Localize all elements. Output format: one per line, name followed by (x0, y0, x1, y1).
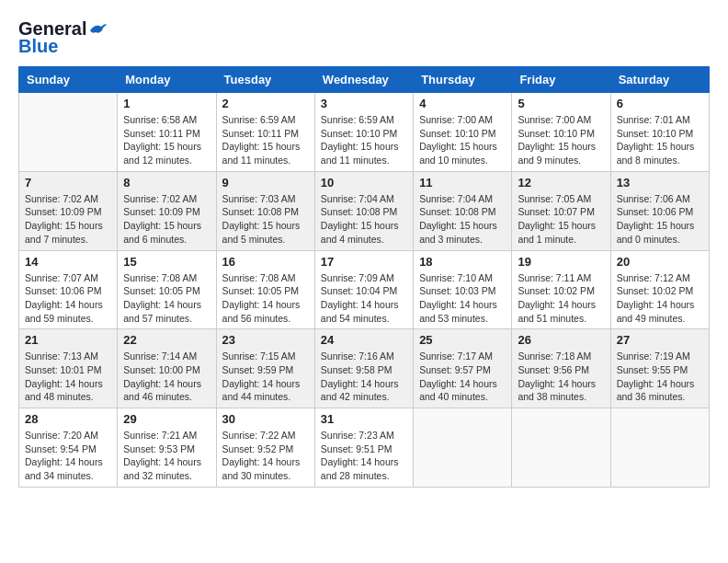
day-info: Sunrise: 7:02 AM Sunset: 10:09 PM Daylig… (123, 192, 210, 247)
day-number: 27 (617, 333, 703, 347)
day-number: 5 (518, 97, 604, 110)
calendar-cell: 30Sunrise: 7:22 AM Sunset: 9:52 PM Dayli… (216, 408, 314, 488)
day-info: Sunrise: 7:08 AM Sunset: 10:05 PM Daylig… (123, 271, 210, 326)
day-info: Sunrise: 7:12 AM Sunset: 10:02 PM Daylig… (617, 271, 703, 326)
day-number: 28 (25, 412, 111, 426)
day-info: Sunrise: 7:20 AM Sunset: 9:54 PM Dayligh… (25, 429, 111, 483)
calendar-cell: 14Sunrise: 7:07 AM Sunset: 10:06 PM Dayl… (19, 250, 118, 329)
calendar-cell: 8Sunrise: 7:02 AM Sunset: 10:09 PM Dayli… (118, 171, 216, 250)
day-number: 1 (123, 97, 210, 110)
calendar-cell: 24Sunrise: 7:16 AM Sunset: 9:58 PM Dayli… (314, 329, 413, 408)
calendar-cell (512, 408, 610, 488)
day-info: Sunrise: 7:10 AM Sunset: 10:03 PM Daylig… (419, 271, 506, 326)
calendar-cell: 21Sunrise: 7:13 AM Sunset: 10:01 PM Dayl… (19, 329, 118, 408)
day-info: Sunrise: 7:02 AM Sunset: 10:09 PM Daylig… (25, 192, 111, 247)
day-number: 8 (123, 176, 210, 190)
calendar-cell: 19Sunrise: 7:11 AM Sunset: 10:02 PM Dayl… (512, 250, 610, 329)
day-info: Sunrise: 6:59 AM Sunset: 10:10 PM Daylig… (321, 113, 407, 167)
calendar-cell: 18Sunrise: 7:10 AM Sunset: 10:03 PM Dayl… (414, 250, 512, 329)
calendar-cell: 3Sunrise: 6:59 AM Sunset: 10:10 PM Dayli… (314, 93, 413, 172)
logo: General Blue (18, 18, 108, 57)
day-info: Sunrise: 7:19 AM Sunset: 9:55 PM Dayligh… (617, 350, 703, 404)
day-number: 19 (518, 255, 604, 269)
calendar-cell: 26Sunrise: 7:18 AM Sunset: 9:56 PM Dayli… (512, 329, 610, 408)
day-number: 7 (25, 176, 111, 190)
day-info: Sunrise: 7:03 AM Sunset: 10:08 PM Daylig… (222, 192, 309, 247)
calendar-cell: 27Sunrise: 7:19 AM Sunset: 9:55 PM Dayli… (610, 329, 709, 408)
day-info: Sunrise: 7:08 AM Sunset: 10:05 PM Daylig… (222, 271, 309, 326)
day-number: 4 (419, 97, 506, 110)
calendar-cell: 7Sunrise: 7:02 AM Sunset: 10:09 PM Dayli… (19, 171, 118, 250)
day-info: Sunrise: 7:15 AM Sunset: 9:59 PM Dayligh… (222, 350, 309, 404)
calendar-header-row: SundayMondayTuesdayWednesdayThursdayFrid… (19, 67, 710, 93)
logo-blue-text: Blue (18, 36, 58, 57)
day-number: 9 (222, 176, 309, 190)
calendar-cell: 2Sunrise: 6:59 AM Sunset: 10:11 PM Dayli… (216, 93, 314, 172)
day-info: Sunrise: 7:07 AM Sunset: 10:06 PM Daylig… (25, 271, 111, 326)
day-number: 29 (123, 412, 210, 426)
day-number: 17 (321, 255, 407, 269)
calendar-week-row: 1Sunrise: 6:58 AM Sunset: 10:11 PM Dayli… (19, 93, 710, 172)
day-number: 31 (321, 412, 407, 426)
calendar-week-row: 28Sunrise: 7:20 AM Sunset: 9:54 PM Dayli… (19, 408, 710, 488)
calendar-cell: 31Sunrise: 7:23 AM Sunset: 9:51 PM Dayli… (314, 408, 413, 488)
day-number: 25 (419, 333, 506, 347)
calendar-cell (19, 93, 118, 172)
day-info: Sunrise: 7:05 AM Sunset: 10:07 PM Daylig… (518, 192, 604, 247)
day-info: Sunrise: 7:21 AM Sunset: 9:53 PM Dayligh… (123, 429, 210, 483)
calendar-cell (414, 408, 512, 488)
calendar-cell: 25Sunrise: 7:17 AM Sunset: 9:57 PM Dayli… (414, 329, 512, 408)
calendar-cell: 22Sunrise: 7:14 AM Sunset: 10:00 PM Dayl… (118, 329, 216, 408)
logo-bird-icon (88, 21, 108, 38)
day-number: 24 (321, 333, 407, 347)
day-info: Sunrise: 6:58 AM Sunset: 10:11 PM Daylig… (123, 113, 210, 167)
day-info: Sunrise: 6:59 AM Sunset: 10:11 PM Daylig… (222, 113, 309, 167)
day-number: 3 (321, 97, 407, 110)
calendar-cell: 5Sunrise: 7:00 AM Sunset: 10:10 PM Dayli… (512, 93, 610, 172)
day-info: Sunrise: 7:00 AM Sunset: 10:10 PM Daylig… (518, 113, 604, 167)
calendar-cell: 28Sunrise: 7:20 AM Sunset: 9:54 PM Dayli… (19, 408, 118, 488)
calendar-cell: 6Sunrise: 7:01 AM Sunset: 10:10 PM Dayli… (610, 93, 709, 172)
calendar-week-row: 7Sunrise: 7:02 AM Sunset: 10:09 PM Dayli… (19, 171, 710, 250)
day-number: 20 (617, 255, 703, 269)
day-info: Sunrise: 7:00 AM Sunset: 10:10 PM Daylig… (419, 113, 506, 167)
day-info: Sunrise: 7:11 AM Sunset: 10:02 PM Daylig… (518, 271, 604, 326)
day-header-monday: Monday (118, 67, 216, 93)
day-number: 30 (222, 412, 309, 426)
calendar-table: SundayMondayTuesdayWednesdayThursdayFrid… (18, 66, 710, 488)
calendar-cell: 11Sunrise: 7:04 AM Sunset: 10:08 PM Dayl… (414, 171, 512, 250)
day-number: 26 (518, 333, 604, 347)
day-number: 12 (518, 176, 604, 190)
calendar-cell: 16Sunrise: 7:08 AM Sunset: 10:05 PM Dayl… (216, 250, 314, 329)
day-header-wednesday: Wednesday (314, 67, 413, 93)
day-number: 15 (123, 255, 210, 269)
day-info: Sunrise: 7:01 AM Sunset: 10:10 PM Daylig… (617, 113, 703, 167)
day-number: 18 (419, 255, 506, 269)
calendar-cell: 9Sunrise: 7:03 AM Sunset: 10:08 PM Dayli… (216, 171, 314, 250)
day-info: Sunrise: 7:23 AM Sunset: 9:51 PM Dayligh… (321, 429, 407, 483)
day-number: 23 (222, 333, 309, 347)
day-number: 11 (419, 176, 506, 190)
calendar-cell: 10Sunrise: 7:04 AM Sunset: 10:08 PM Dayl… (314, 171, 413, 250)
day-header-sunday: Sunday (19, 67, 118, 93)
calendar-cell: 29Sunrise: 7:21 AM Sunset: 9:53 PM Dayli… (118, 408, 216, 488)
day-info: Sunrise: 7:09 AM Sunset: 10:04 PM Daylig… (321, 271, 407, 326)
calendar-cell (610, 408, 709, 488)
calendar-week-row: 14Sunrise: 7:07 AM Sunset: 10:06 PM Dayl… (19, 250, 710, 329)
day-number: 13 (617, 176, 703, 190)
calendar-cell: 17Sunrise: 7:09 AM Sunset: 10:04 PM Dayl… (314, 250, 413, 329)
calendar-cell: 4Sunrise: 7:00 AM Sunset: 10:10 PM Dayli… (414, 93, 512, 172)
header: General Blue (18, 18, 710, 57)
calendar-cell: 13Sunrise: 7:06 AM Sunset: 10:06 PM Dayl… (610, 171, 709, 250)
day-number: 21 (25, 333, 111, 347)
day-number: 10 (321, 176, 407, 190)
day-number: 6 (617, 97, 703, 110)
calendar-cell: 23Sunrise: 7:15 AM Sunset: 9:59 PM Dayli… (216, 329, 314, 408)
calendar-cell: 1Sunrise: 6:58 AM Sunset: 10:11 PM Dayli… (118, 93, 216, 172)
day-number: 2 (222, 97, 309, 110)
day-info: Sunrise: 7:06 AM Sunset: 10:06 PM Daylig… (617, 192, 703, 247)
day-number: 22 (123, 333, 210, 347)
calendar-cell: 20Sunrise: 7:12 AM Sunset: 10:02 PM Dayl… (610, 250, 709, 329)
day-info: Sunrise: 7:04 AM Sunset: 10:08 PM Daylig… (321, 192, 407, 247)
day-info: Sunrise: 7:14 AM Sunset: 10:00 PM Daylig… (123, 350, 210, 404)
